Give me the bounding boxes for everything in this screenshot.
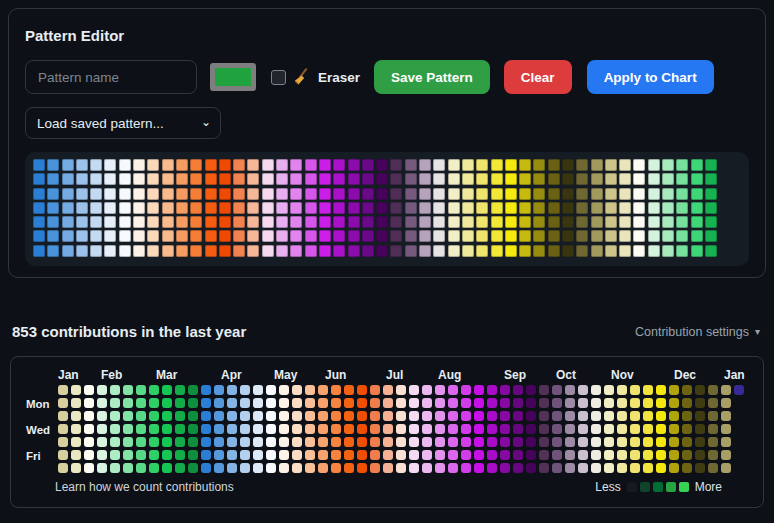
pattern-cell[interactable] <box>119 173 131 185</box>
pattern-cell[interactable] <box>162 188 174 200</box>
pattern-cell[interactable] <box>633 245 645 257</box>
pattern-cell[interactable] <box>162 173 174 185</box>
pattern-cell[interactable] <box>648 159 660 171</box>
pattern-cell[interactable] <box>333 173 345 185</box>
pattern-cell[interactable] <box>233 159 245 171</box>
pattern-cell[interactable] <box>705 216 717 228</box>
pattern-cell[interactable] <box>676 245 688 257</box>
pattern-cell[interactable] <box>491 216 503 228</box>
pattern-cell[interactable] <box>605 159 617 171</box>
pattern-cell[interactable] <box>219 230 231 242</box>
pattern-cell[interactable] <box>619 245 631 257</box>
pattern-cell[interactable] <box>376 216 388 228</box>
pattern-cell[interactable] <box>362 159 374 171</box>
pattern-cell[interactable] <box>505 173 517 185</box>
pattern-cell[interactable] <box>247 188 259 200</box>
pattern-cell[interactable] <box>519 159 531 171</box>
pattern-cell[interactable] <box>33 173 45 185</box>
pattern-cell[interactable] <box>533 245 545 257</box>
pattern-cell[interactable] <box>390 216 402 228</box>
pattern-cell[interactable] <box>104 173 116 185</box>
pattern-cell[interactable] <box>533 230 545 242</box>
save-pattern-button[interactable]: Save Pattern <box>374 60 490 94</box>
pattern-cell[interactable] <box>90 202 102 214</box>
pattern-cell[interactable] <box>405 159 417 171</box>
pattern-cell[interactable] <box>333 188 345 200</box>
pattern-cell[interactable] <box>419 159 431 171</box>
pattern-cell[interactable] <box>290 230 302 242</box>
pattern-cell[interactable] <box>433 216 445 228</box>
pattern-cell[interactable] <box>219 245 231 257</box>
pattern-cell[interactable] <box>348 159 360 171</box>
pattern-cell[interactable] <box>119 159 131 171</box>
pattern-cell[interactable] <box>104 188 116 200</box>
pattern-cell[interactable] <box>548 188 560 200</box>
pattern-cell[interactable] <box>90 245 102 257</box>
pattern-cell[interactable] <box>205 159 217 171</box>
pattern-cell[interactable] <box>448 202 460 214</box>
pattern-cell[interactable] <box>390 245 402 257</box>
pattern-cell[interactable] <box>491 188 503 200</box>
pattern-cell[interactable] <box>390 188 402 200</box>
pattern-cell[interactable] <box>505 188 517 200</box>
pattern-cell[interactable] <box>33 159 45 171</box>
pattern-cell[interactable] <box>548 202 560 214</box>
pattern-cell[interactable] <box>219 159 231 171</box>
pattern-cell[interactable] <box>205 230 217 242</box>
pattern-cell[interactable] <box>47 173 59 185</box>
pattern-cell[interactable] <box>633 188 645 200</box>
pattern-cell[interactable] <box>290 216 302 228</box>
pattern-cell[interactable] <box>147 188 159 200</box>
pattern-cell[interactable] <box>162 159 174 171</box>
pattern-cell[interactable] <box>691 173 703 185</box>
pattern-cell[interactable] <box>548 230 560 242</box>
pattern-cell[interactable] <box>362 216 374 228</box>
pattern-cell[interactable] <box>90 159 102 171</box>
pattern-cell[interactable] <box>462 230 474 242</box>
pattern-cell[interactable] <box>348 202 360 214</box>
pattern-cell[interactable] <box>76 173 88 185</box>
pattern-cell[interactable] <box>533 159 545 171</box>
pattern-cell[interactable] <box>619 202 631 214</box>
pattern-cell[interactable] <box>505 202 517 214</box>
pattern-cell[interactable] <box>262 159 274 171</box>
pattern-cell[interactable] <box>276 245 288 257</box>
pattern-cell[interactable] <box>591 202 603 214</box>
pattern-cell[interactable] <box>705 188 717 200</box>
pattern-cell[interactable] <box>662 159 674 171</box>
pattern-cell[interactable] <box>691 216 703 228</box>
pattern-cell[interactable] <box>405 202 417 214</box>
pattern-cell[interactable] <box>348 173 360 185</box>
pattern-cell[interactable] <box>219 173 231 185</box>
pattern-cell[interactable] <box>591 173 603 185</box>
pattern-cell[interactable] <box>147 216 159 228</box>
pattern-cell[interactable] <box>405 173 417 185</box>
pattern-cell[interactable] <box>333 230 345 242</box>
pattern-cell[interactable] <box>662 216 674 228</box>
pattern-cell[interactable] <box>247 202 259 214</box>
pattern-cell[interactable] <box>62 216 74 228</box>
pattern-cell[interactable] <box>462 245 474 257</box>
pattern-cell[interactable] <box>462 173 474 185</box>
pattern-cell[interactable] <box>33 202 45 214</box>
pattern-cell[interactable] <box>319 245 331 257</box>
pattern-cell[interactable] <box>233 230 245 242</box>
pattern-cell[interactable] <box>176 188 188 200</box>
pattern-cell[interactable] <box>362 202 374 214</box>
pattern-cell[interactable] <box>405 188 417 200</box>
pattern-cell[interactable] <box>47 245 59 257</box>
pattern-cell[interactable] <box>205 202 217 214</box>
pattern-cell[interactable] <box>591 245 603 257</box>
pattern-cell[interactable] <box>648 202 660 214</box>
pattern-cell[interactable] <box>662 230 674 242</box>
pattern-cell[interactable] <box>533 188 545 200</box>
pattern-cell[interactable] <box>147 173 159 185</box>
pattern-cell[interactable] <box>591 188 603 200</box>
pattern-cell[interactable] <box>233 188 245 200</box>
pattern-cell[interactable] <box>476 202 488 214</box>
pattern-cell[interactable] <box>591 159 603 171</box>
pattern-cell[interactable] <box>233 173 245 185</box>
pattern-cell[interactable] <box>433 245 445 257</box>
pattern-cell[interactable] <box>176 216 188 228</box>
pattern-cell[interactable] <box>376 245 388 257</box>
